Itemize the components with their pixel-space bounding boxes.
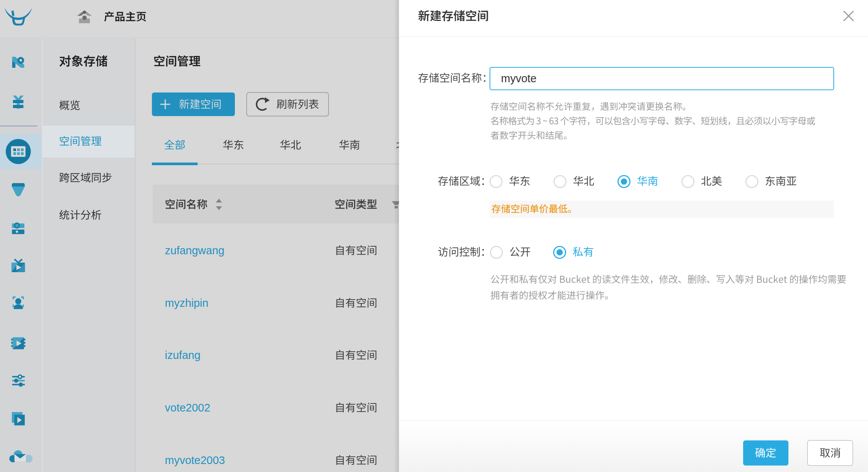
- svg-text:myvote: myvote: [501, 72, 536, 85]
- svg-text:izufang: izufang: [165, 349, 201, 361]
- svg-text:myvote2003: myvote2003: [165, 454, 225, 466]
- svg-text:myzhipin: myzhipin: [165, 297, 208, 309]
- svg-text:vote2002: vote2002: [165, 402, 210, 414]
- svg-text:zufangwang: zufangwang: [165, 244, 224, 257]
